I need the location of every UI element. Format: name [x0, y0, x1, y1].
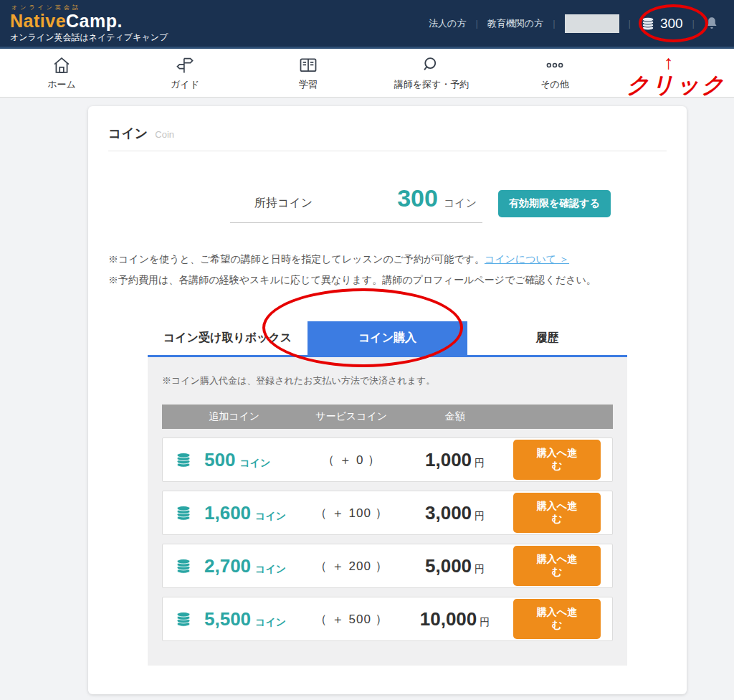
divider: |	[629, 18, 631, 29]
bonus-cell: （ ＋ 200 ）	[307, 558, 396, 574]
coin-stack-icon	[640, 16, 656, 32]
balance-label: 所持コイン	[254, 196, 313, 211]
table-row: 2,700 コイン （ ＋ 200 ） 5,000円 購入へ進む	[162, 544, 613, 588]
price-cell: 5,000円	[396, 555, 513, 577]
price-value: 10,000	[420, 608, 477, 630]
page-title-en: Coin	[155, 129, 174, 140]
table-row: 5,500 コイン （ ＋ 500 ） 10,000円 購入へ進む	[162, 597, 613, 641]
education-link[interactable]: 教育機関の方	[487, 17, 543, 30]
coins-cell: 500 コイン	[163, 449, 307, 471]
nav-item-study[interactable]: 学習	[247, 49, 370, 97]
price-unit: 円	[475, 457, 485, 468]
coin-balance-section: 所持コイン 300 コイン 有効期限を確認する	[230, 184, 667, 223]
coin-page-card: コインCoin 所持コイン 300 コイン 有効期限を確認する ※コインを使うと…	[88, 106, 687, 694]
coin-stack-icon	[174, 451, 193, 468]
nav-item-guide[interactable]: ガイド	[123, 49, 247, 97]
coins-cell: 5,500 コイン	[163, 608, 307, 630]
logo-camp: Camp.	[66, 11, 123, 31]
price-unit: 円	[475, 510, 485, 521]
masked-username	[565, 14, 619, 33]
price-value: 3,000	[425, 502, 472, 524]
coin-balance-indicator[interactable]: 300	[640, 16, 683, 32]
main-content: コインCoin 所持コイン 300 コイン 有効期限を確認する ※コインを使うと…	[0, 98, 734, 694]
coins-unit: コイン	[255, 510, 286, 523]
study-icon	[298, 55, 318, 75]
nav-label: 学習	[299, 78, 318, 91]
tab-bar: コイン受け取りボックス コイン購入 履歴	[148, 321, 627, 357]
coin-notes: ※コインを使うと、ご希望の講師と日時を指定してレッスンのご予約が可能です。コイン…	[108, 249, 667, 290]
home-icon	[52, 55, 72, 75]
nav-label: その他	[540, 78, 569, 91]
more-icon	[545, 55, 565, 75]
bonus-cell: （ ＋ 0 ）	[307, 452, 396, 468]
logo-tagline: オンライン英会話はネイティブキャンプ	[10, 32, 168, 44]
divider: |	[553, 18, 555, 29]
tab-coin-purchase[interactable]: コイン購入	[308, 321, 467, 355]
table-row: 500 コイン （ ＋ 0 ） 1,000円 購入へ進む	[162, 438, 613, 482]
nav-item-home[interactable]: ホーム	[0, 49, 123, 97]
action-cell: 購入へ進む	[513, 440, 612, 480]
note-text: ※予約費用は、各講師の経験やスキルに応じて異なります。講師のプロフィールページで…	[108, 274, 596, 285]
coins-unit: コイン	[255, 616, 286, 629]
proceed-purchase-button[interactable]: 購入へ進む	[513, 599, 601, 639]
check-expiry-button[interactable]: 有効期限を確認する	[498, 190, 611, 217]
col-header-added-coins: 追加コイン	[162, 410, 306, 423]
notifications-bell-icon[interactable]	[704, 16, 720, 32]
header-right: 法人の方 | 教育機関の方 | | 300 |	[429, 14, 724, 33]
col-header-amount: 金額	[396, 410, 514, 423]
price-cell: 1,000円	[396, 449, 513, 471]
main-navigation: ホーム ガイド 学習 講師を探す・予約	[0, 49, 734, 98]
purchase-note: ※コイン購入代金は、登録されたお支払い方法で決済されます。	[162, 374, 613, 387]
nav-label: ホーム	[47, 78, 76, 91]
divider: |	[475, 18, 477, 29]
divider: |	[692, 18, 695, 29]
col-header-service-coins: サービスコイン	[306, 410, 396, 423]
page-title: コイン	[108, 126, 148, 141]
nav-label: 講師を探す・予約	[394, 78, 470, 91]
coin-count-value: 300	[660, 16, 683, 32]
note-text: ※コインを使うと、ご希望の講師と日時を指定してレッスンのご予約が可能です。	[108, 253, 485, 265]
action-cell: 購入へ進む	[513, 546, 612, 586]
price-value: 5,000	[425, 555, 472, 577]
proceed-purchase-button[interactable]: 購入へ進む	[513, 493, 601, 533]
nativecamp-logo[interactable]: オンライン英会話 NativeCamp. オンライン英会話はネイティブキャンプ	[10, 4, 168, 44]
tab-history[interactable]: 履歴	[467, 321, 627, 355]
nav-item-find-teacher[interactable]: 講師を探す・予約	[370, 49, 493, 97]
coins-cell: 1,600 コイン	[163, 502, 307, 524]
coins-cell: 2,700 コイン	[163, 555, 307, 577]
coins-unit: コイン	[239, 457, 270, 470]
coins-amount: 2,700	[204, 555, 251, 577]
price-cell: 10,000円	[396, 608, 513, 630]
price-unit: 円	[480, 616, 490, 628]
nav-item-more[interactable]: その他	[493, 49, 616, 97]
proceed-purchase-button[interactable]: 購入へ進む	[513, 440, 601, 480]
table-header-row: 追加コイン サービスコイン 金額	[162, 405, 613, 429]
about-coins-link[interactable]: コインについて ＞	[485, 253, 569, 265]
tab-coin-inbox[interactable]: コイン受け取りボックス	[148, 321, 308, 355]
guide-icon	[175, 55, 195, 75]
action-cell: 購入へ進む	[513, 599, 612, 639]
price-value: 1,000	[425, 449, 472, 470]
coin-stack-icon	[174, 610, 193, 628]
coin-tabs-section: コイン受け取りボックス コイン購入 履歴 ※コイン購入代金は、登録されたお支払い…	[148, 321, 627, 666]
coin-stack-icon	[174, 557, 193, 574]
top-header: オンライン英会話 NativeCamp. オンライン英会話はネイティブキャンプ …	[0, 0, 734, 49]
bonus-cell: （ ＋ 500 ）	[307, 611, 396, 628]
nav-label: ガイド	[171, 78, 199, 91]
corporate-link[interactable]: 法人の方	[429, 17, 466, 30]
note-line-1: ※コインを使うと、ご希望の講師と日時を指定してレッスンのご予約が可能です。コイン…	[108, 249, 667, 270]
proceed-purchase-button[interactable]: 購入へ進む	[513, 546, 601, 586]
coins-unit: コイン	[255, 563, 286, 576]
bonus-cell: （ ＋ 100 ）	[307, 505, 396, 521]
table-row: 1,600 コイン （ ＋ 100 ） 3,000円 購入へ進む	[162, 491, 613, 535]
logo-wordmark: NativeCamp.	[10, 11, 168, 31]
page-title-row: コインCoin	[108, 125, 667, 151]
coins-amount: 500	[204, 449, 235, 471]
note-line-2: ※予約費用は、各講師の経験やスキルに応じて異なります。講師のプロフィールページで…	[108, 270, 667, 290]
coin-purchase-panel: ※コイン購入代金は、登録されたお支払い方法で決済されます。 追加コイン サービス…	[148, 357, 627, 666]
coin-balance-box: 所持コイン 300 コイン	[230, 184, 482, 223]
price-unit: 円	[475, 563, 485, 574]
balance-unit: コイン	[444, 197, 477, 210]
logo-native: Native	[10, 11, 66, 31]
coin-stack-icon	[174, 504, 193, 521]
